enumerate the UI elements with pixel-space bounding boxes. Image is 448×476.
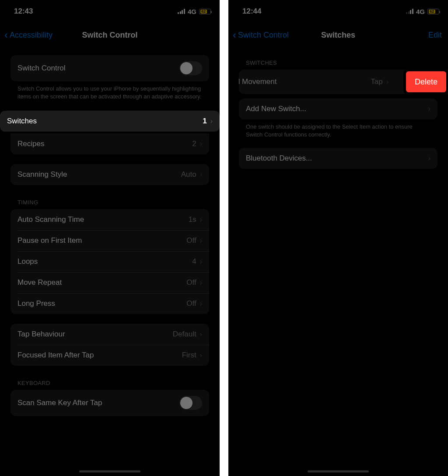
status-time: 12:43 — [14, 7, 33, 16]
home-indicator — [308, 470, 369, 472]
switches-count: 1 — [203, 117, 206, 126]
chevron-left-icon: ‹ — [233, 30, 236, 40]
recipes-label: Recipes — [18, 140, 192, 148]
scanning-style-row[interactable]: Scanning Style Auto › — [10, 164, 209, 185]
chevron-right-icon: › — [200, 258, 202, 266]
network-type: 4G — [416, 8, 425, 15]
chevron-right-icon: › — [200, 279, 202, 287]
battery-icon: 62 — [199, 9, 211, 14]
loops-row[interactable]: Loops 4 › — [10, 251, 209, 272]
tap-behaviour-row[interactable]: Tap Behaviour Default › — [10, 324, 209, 345]
long-press-row[interactable]: Long Press Off › — [10, 293, 209, 314]
back-label: Accessibility — [10, 31, 52, 40]
auto-scanning-time-row[interactable]: Auto Scanning Time 1s › — [10, 209, 209, 230]
switches-label: Switches — [7, 117, 203, 126]
nav-bar: ‹ Accessibility Switch Control — [0, 24, 220, 46]
page-title: Switch Control — [82, 31, 138, 40]
scan-same-key-row[interactable]: Scan Same Key After Tap — [10, 390, 209, 416]
switches-header: SWITCHES — [246, 60, 430, 66]
delete-button[interactable]: Delete — [404, 70, 448, 94]
switch-item-label: ead Movement — [239, 77, 371, 86]
switches-footer: One switch should be assigned to the Sel… — [246, 123, 430, 138]
chevron-right-icon: › — [200, 171, 202, 178]
focused-item-row[interactable]: Focused Item After Tap First › — [10, 345, 209, 366]
toggle-label: Switch Control — [18, 64, 179, 73]
timing-header: TIMING — [18, 199, 202, 206]
chevron-right-icon: › — [200, 300, 202, 308]
screenshot-left: 12:43 4G 62 ‹ Accessibility Switch Contr… — [0, 0, 220, 476]
chevron-right-icon: › — [200, 351, 202, 359]
chevron-right-icon: › — [200, 216, 202, 224]
battery-icon: 62 — [427, 9, 439, 14]
scan-same-key-toggle[interactable] — [179, 396, 202, 410]
chevron-right-icon: › — [428, 105, 430, 113]
network-type: 4G — [188, 8, 196, 15]
back-label: Switch Control — [238, 31, 289, 40]
edit-button[interactable]: Edit — [428, 31, 442, 40]
bluetooth-devices-row[interactable]: Bluetooth Devices... › — [239, 148, 438, 169]
status-bar: 12:43 4G 62 — [0, 0, 220, 19]
keyboard-header: KEYBOARD — [18, 380, 202, 386]
chevron-right-icon: › — [200, 330, 202, 338]
chevron-right-icon: › — [428, 154, 430, 162]
signal-icon — [406, 9, 413, 14]
pause-first-item-row[interactable]: Pause on First Item Off › — [10, 230, 209, 251]
switch-control-toggle-row[interactable]: Switch Control — [10, 55, 209, 81]
switch-item-value: Tap — [371, 77, 382, 86]
back-button[interactable]: ‹ Switch Control — [233, 30, 289, 40]
back-button[interactable]: ‹ Accessibility — [4, 30, 52, 40]
add-new-switch-row[interactable]: Add New Switch... › — [239, 98, 438, 119]
chevron-right-icon: › — [210, 117, 213, 125]
status-time: 12:44 — [242, 7, 261, 16]
move-repeat-row[interactable]: Move Repeat Off › — [10, 272, 209, 293]
chevron-right-icon: › — [386, 78, 388, 86]
status-bar: 12:44 4G 62 — [228, 0, 448, 19]
page-title: Switches — [321, 31, 355, 40]
switch-control-description: Switch Control allows you to use your iP… — [18, 85, 202, 100]
switches-row[interactable]: Switches 1 › — [0, 111, 220, 132]
switch-control-group: Switch Control — [10, 55, 209, 81]
switch-control-toggle[interactable] — [179, 61, 202, 75]
signal-icon — [178, 9, 185, 14]
home-indicator — [79, 470, 140, 472]
recipes-row[interactable]: Recipes 2 › — [10, 133, 209, 154]
chevron-left-icon: ‹ — [4, 30, 8, 40]
recipes-count: 2 — [192, 140, 196, 148]
switch-item-row[interactable]: ead Movement Tap › — [239, 71, 393, 92]
chevron-right-icon: › — [200, 237, 202, 245]
chevron-right-icon: › — [200, 140, 202, 148]
nav-bar: ‹ Switch Control Switches Edit — [228, 24, 448, 46]
screenshot-right: 12:44 4G 62 ‹ Switch Control Switches Ed… — [228, 0, 448, 476]
